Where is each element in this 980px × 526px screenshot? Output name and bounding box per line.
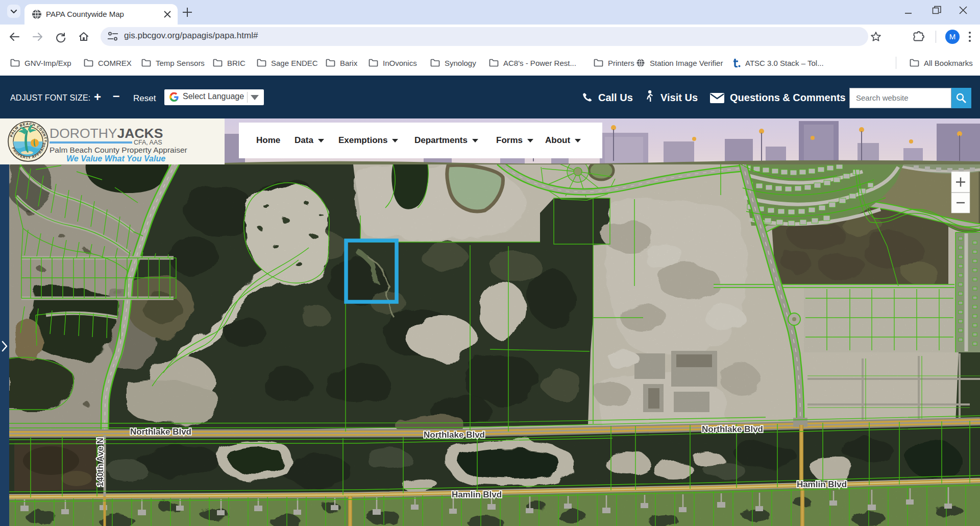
svg-text:Northlake Blvd: Northlake Blvd xyxy=(130,427,191,437)
svg-text:Northlake Blvd: Northlake Blvd xyxy=(424,430,485,440)
svg-text:140th Ave N: 140th Ave N xyxy=(95,438,105,487)
svg-text:Northlake Blvd: Northlake Blvd xyxy=(702,424,763,434)
svg-text:Hamlin Blvd: Hamlin Blvd xyxy=(452,490,502,499)
svg-text:Hamlin Blvd: Hamlin Blvd xyxy=(797,480,847,489)
